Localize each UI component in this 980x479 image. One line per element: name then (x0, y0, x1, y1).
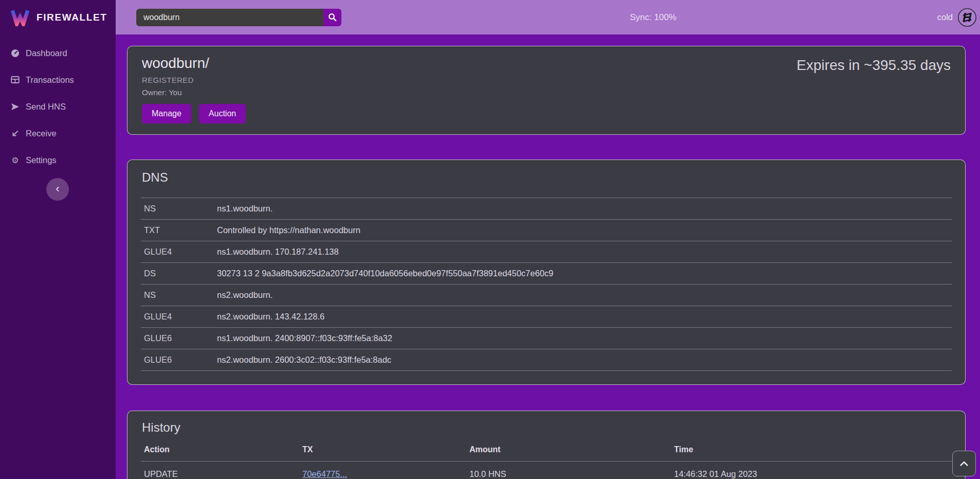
column-header-tx: TX (302, 445, 469, 454)
firewallet-logo-icon (10, 9, 30, 26)
dns-record-type: NS (144, 290, 217, 300)
tx-link[interactable]: 70e64775... (302, 469, 347, 478)
dns-record-type: GLUE4 (144, 247, 217, 257)
dns-record-row: DS 30273 13 2 9a3a8fb3d625d2a2073d740f10… (141, 262, 952, 284)
app-window: FIREWALLET Dashboard (0, 0, 980, 479)
dns-record-row: GLUE6 ns2.woodburn. 2600:3c02::f03c:93ff… (141, 349, 952, 371)
dns-record-row: GLUE6 ns1.woodburn. 2400:8907::f03c:93ff… (141, 327, 952, 349)
dns-record-type: GLUE4 (144, 312, 217, 322)
column-header-amount: Amount (469, 445, 674, 454)
domain-expiry: Expires in ~395.35 days (796, 57, 951, 74)
dns-title: DNS (142, 170, 952, 185)
column-header-time: Time (674, 445, 949, 454)
domain-owner: Owner: You (142, 88, 951, 97)
chevron-left-icon: ‹ (56, 183, 59, 194)
table-icon (10, 76, 20, 84)
sidebar-item-label: Send HNS (26, 102, 66, 112)
dns-record-row: GLUE4 ns2.woodburn. 143.42.128.6 (141, 306, 952, 327)
sidebar-item-dashboard[interactable]: Dashboard (0, 40, 116, 66)
dns-record-row: NS ns2.woodburn. (141, 284, 952, 306)
dns-record-value: ns2.woodburn. (217, 290, 949, 300)
topbar: Sync: 100% cold H (116, 0, 980, 34)
right-column: Sync: 100% cold H woodburn/ REGISTERED (116, 0, 980, 479)
manage-button[interactable]: Manage (142, 104, 191, 123)
auction-button[interactable]: Auction (199, 104, 246, 123)
dns-record-type: GLUE6 (144, 355, 217, 365)
sidebar-item-label: Dashboard (26, 48, 67, 58)
sidebar-nav: Dashboard Transactions S (0, 40, 116, 173)
dns-record-type: NS (144, 204, 217, 214)
dns-record-type: DS (144, 269, 217, 278)
chevron-up-icon (958, 459, 970, 468)
history-row: UPDATE 70e64775... 10.0 HNS 14:46:32 01 … (141, 461, 952, 479)
sidebar: FIREWALLET Dashboard (0, 0, 116, 479)
history-action: UPDATE (144, 469, 302, 479)
domain-actions: Manage Auction (142, 104, 951, 123)
history-title: History (142, 420, 952, 435)
dns-records-table: NS ns1.woodburn. TXT Controlled by https… (141, 198, 952, 371)
sidebar-item-receive[interactable]: Receive (0, 120, 116, 147)
sidebar-item-send-hns[interactable]: Send HNS (0, 93, 116, 120)
dns-record-value: ns2.woodburn. 2600:3c02::f03c:93ff:fe5a:… (217, 355, 949, 365)
sidebar-item-label: Transactions (26, 75, 74, 85)
dns-record-value: ns1.woodburn. (217, 204, 949, 214)
search-bar (136, 9, 341, 26)
main-content: woodburn/ REGISTERED Owner: You Manage A… (116, 34, 980, 479)
sidebar-item-label: Receive (26, 129, 57, 138)
sidebar-collapse-button[interactable]: ‹ (46, 178, 69, 201)
gear-icon: ⚙ (10, 155, 20, 165)
domain-card: woodburn/ REGISTERED Owner: You Manage A… (127, 46, 966, 135)
svg-text:H: H (963, 10, 972, 24)
scroll-top-button[interactable] (952, 451, 976, 476)
dns-record-value: Controlled by https://nathan.woodburn (217, 225, 949, 235)
dns-record-row: NS ns1.woodburn. (141, 198, 952, 219)
search-button[interactable] (323, 9, 341, 26)
history-amount: 10.0 HNS (469, 469, 674, 479)
handshake-logo-icon: H (957, 8, 977, 27)
dns-record-value: ns2.woodburn. 143.42.128.6 (217, 312, 949, 322)
sidebar-item-transactions[interactable]: Transactions (0, 66, 116, 93)
gauge-icon (10, 49, 20, 58)
domain-status-badge: REGISTERED (142, 76, 951, 84)
history-table-header: Action TX Amount Time (141, 438, 952, 461)
search-input[interactable] (136, 9, 323, 26)
sync-status: Sync: 100% (630, 12, 677, 23)
search-icon (328, 13, 337, 22)
wallet-indicator[interactable]: cold H (937, 8, 977, 27)
history-time: 14:46:32 01 Aug 2023 (674, 469, 949, 479)
receive-arrow-icon (10, 130, 20, 137)
dns-record-row: TXT Controlled by https://nathan.woodbur… (141, 219, 952, 241)
dns-record-type: GLUE6 (144, 333, 217, 343)
history-table: Action TX Amount Time UPDATE 70e64775...… (141, 438, 952, 479)
dns-record-row: GLUE4 ns1.woodburn. 170.187.241.138 (141, 241, 952, 262)
send-icon (10, 103, 20, 111)
history-card: History Action TX Amount Time UPDATE 70e… (127, 411, 966, 479)
dns-record-value: 30273 13 2 9a3a8fb3d625d2a2073d740f10da6… (217, 269, 949, 278)
column-header-action: Action (144, 445, 302, 454)
dns-record-value: ns1.woodburn. 2400:8907::f03c:93ff:fe5a:… (217, 333, 949, 343)
wallet-name: cold (937, 12, 953, 22)
dns-card: DNS NS ns1.woodburn. TXT Controlled by h… (127, 159, 966, 385)
sidebar-item-settings[interactable]: ⚙ Settings (0, 147, 116, 173)
brand-name: FIREWALLET (37, 12, 107, 23)
dns-record-type: TXT (144, 225, 217, 235)
dns-record-value: ns1.woodburn. 170.187.241.138 (217, 247, 949, 257)
sidebar-item-label: Settings (26, 155, 57, 165)
brand[interactable]: FIREWALLET (0, 0, 116, 34)
